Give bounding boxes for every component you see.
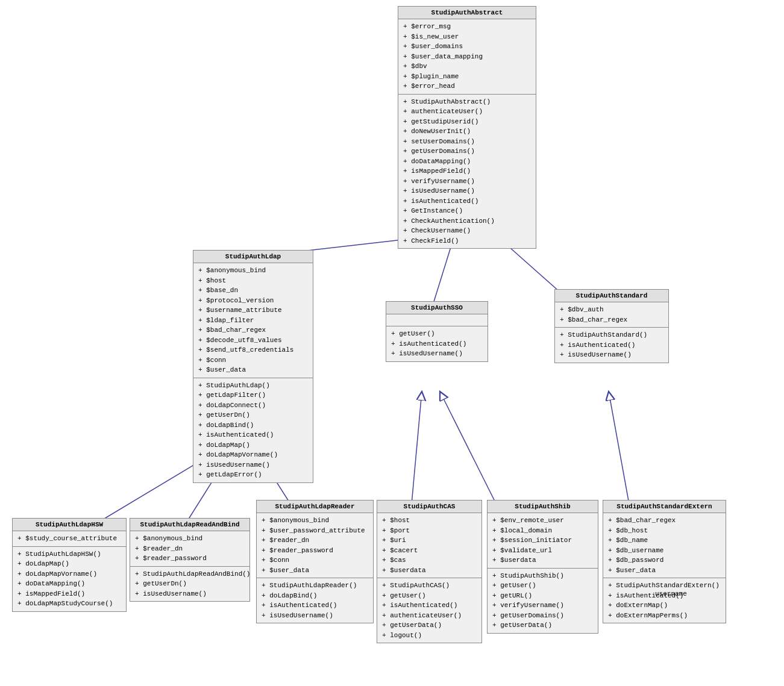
class-StudipAuthLdapReader: StudipAuthLdapReader + $anonymous_bind +… — [256, 500, 374, 623]
fields-StudipAuthStandardExtern: + $bad_char_regex + $db_host + $db_name … — [603, 513, 726, 578]
diagram-container: StudipAuthAbstract + $error_msg + $is_ne… — [0, 0, 784, 686]
class-title-StudipAuthStandardExtern: StudipAuthStandardExtern — [603, 500, 726, 513]
fields-StudipAuthShib: + $env_remote_user + $local_domain + $se… — [488, 513, 598, 569]
fields-StudipAuthSSO — [386, 314, 488, 326]
class-title-StudipAuthSSO: StudipAuthSSO — [386, 302, 488, 314]
fields-StudipAuthLdap: + $anonymous_bind + $host + $base_dn + $… — [193, 263, 313, 378]
methods-StudipAuthLdapReader: + StudipAuthLdapReader() + doLdapBind() … — [257, 578, 373, 623]
fields-StudipAuthLdapHSW: + $study_course_attribute — [13, 531, 126, 547]
fields-StudipAuthLdapReadAndBind: + $anonymous_bind + $reader_dn + $reader… — [130, 531, 249, 567]
class-title-StudipAuthCAS: StudipAuthCAS — [377, 500, 481, 513]
methods-StudipAuthAbstract: + StudipAuthAbstract() + authenticateUse… — [398, 95, 536, 249]
fields-StudipAuthStandard: + $dbv_auth + $bad_char_regex — [555, 302, 668, 328]
class-title-StudipAuthLdap: StudipAuthLdap — [193, 251, 313, 263]
class-StudipAuthShib: StudipAuthShib + $env_remote_user + $loc… — [487, 500, 598, 634]
methods-StudipAuthLdapHSW: + StudipAuthLdapHSW() + doLdapMap() + do… — [13, 547, 126, 611]
fields-StudipAuthAbstract: + $error_msg + $is_new_user + $user_doma… — [398, 19, 536, 95]
note-username: username — [655, 590, 687, 597]
methods-StudipAuthCAS: + StudipAuthCAS() + getUser() + isAuthen… — [377, 578, 481, 643]
class-StudipAuthLdapReadAndBind: StudipAuthLdapReadAndBind + $anonymous_b… — [130, 518, 250, 602]
class-title-StudipAuthLdapReader: StudipAuthLdapReader — [257, 500, 373, 513]
class-StudipAuthCAS: StudipAuthCAS + $host + $port + $uri + $… — [377, 500, 482, 643]
class-title-StudipAuthStandard: StudipAuthStandard — [555, 290, 668, 302]
methods-StudipAuthLdapReadAndBind: + StudipAuthLdapReadAndBind() + getUserD… — [130, 567, 249, 602]
class-title-StudipAuthAbstract: StudipAuthAbstract — [398, 7, 536, 19]
class-title-StudipAuthLdapHSW: StudipAuthLdapHSW — [13, 519, 126, 531]
class-StudipAuthAbstract: StudipAuthAbstract + $error_msg + $is_ne… — [398, 6, 536, 249]
class-StudipAuthLdapHSW: StudipAuthLdapHSW + $study_course_attrib… — [12, 518, 127, 612]
fields-StudipAuthLdapReader: + $anonymous_bind + $user_password_attri… — [257, 513, 373, 578]
class-StudipAuthStandard: StudipAuthStandard + $dbv_auth + $bad_ch… — [554, 289, 669, 363]
class-StudipAuthLdap: StudipAuthLdap + $anonymous_bind + $host… — [193, 250, 313, 483]
methods-StudipAuthLdap: + StudipAuthLdap() + getLdapFilter() + d… — [193, 378, 313, 482]
class-StudipAuthStandardExtern: StudipAuthStandardExtern + $bad_char_reg… — [603, 500, 726, 623]
methods-StudipAuthShib: + StudipAuthShib() + getUser() + getURL(… — [488, 569, 598, 633]
class-title-StudipAuthShib: StudipAuthShib — [488, 500, 598, 513]
methods-StudipAuthSSO: + getUser() + isAuthenticated() + isUsed… — [386, 326, 488, 361]
methods-StudipAuthStandard: + StudipAuthStandard() + isAuthenticated… — [555, 328, 668, 363]
methods-StudipAuthStandardExtern: + StudipAuthStandardExtern() + isAuthent… — [603, 578, 726, 623]
fields-StudipAuthCAS: + $host + $port + $uri + $cacert + $cas … — [377, 513, 481, 578]
class-StudipAuthSSO: StudipAuthSSO + getUser() + isAuthentica… — [386, 301, 488, 362]
class-title-StudipAuthLdapReadAndBind: StudipAuthLdapReadAndBind — [130, 519, 249, 531]
